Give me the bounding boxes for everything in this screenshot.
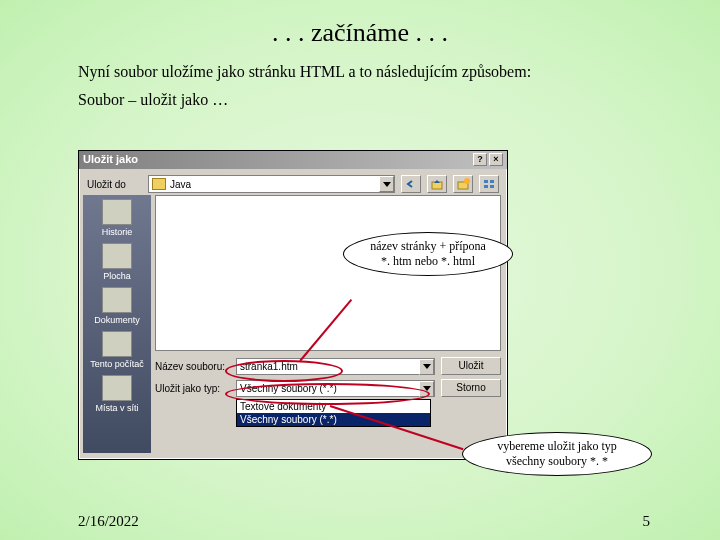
footer: 2/16/2022 5 xyxy=(0,513,720,530)
svg-point-2 xyxy=(464,178,470,184)
footer-date: 2/16/2022 xyxy=(78,513,139,530)
svg-rect-6 xyxy=(490,185,494,188)
chevron-down-icon[interactable] xyxy=(419,359,434,375)
footer-page: 5 xyxy=(643,513,651,530)
help-button[interactable]: ? xyxy=(473,153,487,166)
place-history[interactable]: Historie xyxy=(83,199,151,237)
place-documents[interactable]: Dokumenty xyxy=(83,287,151,325)
svg-rect-4 xyxy=(490,180,494,183)
save-button[interactable]: Uložit xyxy=(441,357,501,375)
new-folder-icon[interactable] xyxy=(453,175,473,193)
up-folder-icon[interactable] xyxy=(427,175,447,193)
type-option-all[interactable]: Všechny soubory (*.*) xyxy=(237,413,430,426)
filetype-label: Uložit jako typ: xyxy=(155,383,230,394)
back-icon[interactable] xyxy=(401,175,421,193)
step-text: Soubor – uložit jako … xyxy=(78,91,660,109)
note1-line2: *. htm nebo *. html xyxy=(354,254,502,269)
dialog-titlebar: Uložit jako ? × xyxy=(79,151,507,169)
place-network[interactable]: Místa v síti xyxy=(83,375,151,413)
filename-label: Název souboru: xyxy=(155,361,230,372)
place-desktop[interactable]: Plocha xyxy=(83,243,151,281)
places-bar: Historie Plocha Dokumenty Tento počítač … xyxy=(83,195,151,453)
annotation-oval-filetype xyxy=(225,383,430,405)
intro-text: Nyní soubor uložíme jako stránku HTML a … xyxy=(78,63,660,81)
dialog-title: Uložit jako xyxy=(83,153,138,167)
savein-label: Uložit do xyxy=(87,179,142,190)
svg-rect-3 xyxy=(484,180,488,183)
note2-line1: vybereme uložit jako typ xyxy=(473,439,641,454)
note1-line1: název stránky + přípona xyxy=(354,239,502,254)
annotation-note-filetype: vybereme uložit jako typ všechny soubory… xyxy=(462,432,652,476)
views-icon[interactable] xyxy=(479,175,499,193)
svg-rect-0 xyxy=(432,182,442,189)
save-dialog: Uložit jako ? × Uložit do Java Historie … xyxy=(78,150,508,460)
savein-folder: Java xyxy=(170,179,191,190)
svg-rect-5 xyxy=(484,185,488,188)
folder-icon xyxy=(152,178,166,190)
annotation-oval-filename xyxy=(225,360,343,382)
chevron-down-icon[interactable] xyxy=(379,176,394,192)
place-computer[interactable]: Tento počítač xyxy=(83,331,151,369)
savein-combo[interactable]: Java xyxy=(148,175,395,193)
annotation-note-filename: název stránky + přípona *. htm nebo *. h… xyxy=(343,232,513,276)
cancel-button[interactable]: Storno xyxy=(441,379,501,397)
page-title: . . . začínáme . . . xyxy=(0,0,720,48)
close-button[interactable]: × xyxy=(489,153,503,166)
note2-line2: všechny soubory *. * xyxy=(473,454,641,469)
